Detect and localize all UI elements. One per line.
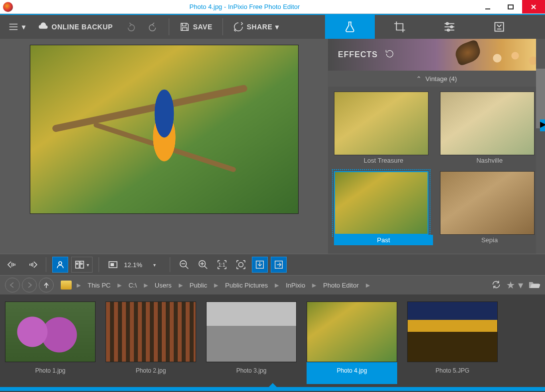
thumbnail-label: Photo 5.JPG bbox=[407, 362, 498, 377]
breadcrumb-separator: ▶ bbox=[366, 282, 370, 289]
zoom-fit-button[interactable] bbox=[233, 257, 249, 273]
zoom-actual-button[interactable]: 1:1 bbox=[214, 257, 230, 273]
breadcrumb-separator: ▶ bbox=[144, 282, 148, 289]
thumbnail bbox=[407, 301, 498, 362]
thumbnail-label: Photo 1.jpg bbox=[5, 362, 96, 377]
thumbnail bbox=[106, 301, 196, 362]
thumbnail bbox=[307, 301, 397, 362]
chevron-up-icon: ⌃ bbox=[416, 75, 422, 83]
open-folder-button[interactable] bbox=[528, 280, 540, 291]
save-icon bbox=[179, 21, 190, 32]
effects-scrollbar[interactable] bbox=[536, 39, 545, 254]
refresh-button[interactable] bbox=[491, 280, 501, 291]
redo-button[interactable] bbox=[144, 18, 163, 35]
breadcrumb-part[interactable]: This PC bbox=[83, 282, 115, 289]
tab-adjust[interactable] bbox=[425, 15, 474, 39]
compare-view-dropdown[interactable]: ▾ bbox=[71, 257, 93, 273]
cloud-icon bbox=[38, 21, 49, 32]
tab-effects[interactable] bbox=[325, 15, 375, 39]
zoom-value: 12.1% bbox=[120, 261, 146, 269]
fit-window-button[interactable] bbox=[252, 257, 268, 273]
titlebar: Photo 4.jpg - InPixio Free Photo Editor bbox=[0, 0, 545, 14]
filmstrip-item[interactable]: Photo 4.jpg bbox=[307, 301, 397, 384]
svg-rect-1 bbox=[508, 5, 513, 9]
filmstrip-item[interactable]: Photo 1.jpg bbox=[5, 301, 96, 384]
effects-grid: Lost Treasure Nashville Past Sepia bbox=[328, 87, 545, 254]
breadcrumb-part[interactable]: Public Pictures bbox=[220, 282, 273, 289]
minimize-button[interactable] bbox=[476, 0, 499, 13]
svg-text:1:1: 1:1 bbox=[218, 262, 225, 268]
breadcrumb-part[interactable]: Public bbox=[185, 282, 212, 289]
undo-button[interactable] bbox=[121, 18, 140, 35]
filmstrip-item[interactable]: Photo 5.JPG bbox=[407, 301, 498, 384]
share-icon bbox=[233, 21, 244, 32]
flask-icon bbox=[343, 20, 356, 33]
breadcrumb-separator: ▶ bbox=[77, 282, 81, 289]
hamburger-icon bbox=[8, 21, 19, 32]
chevron-down-icon: ▾ bbox=[148, 262, 161, 268]
breadcrumb-separator: ▶ bbox=[275, 282, 279, 289]
effect-label: Sepia bbox=[440, 235, 539, 245]
save-button[interactable]: SAVE bbox=[175, 18, 217, 35]
effect-lost-treasure[interactable]: Lost Treasure bbox=[334, 92, 433, 169]
effect-thumb bbox=[440, 171, 535, 235]
effect-past[interactable]: Past bbox=[334, 171, 433, 249]
tab-crop[interactable] bbox=[375, 15, 425, 39]
fullscreen-button[interactable] bbox=[271, 257, 287, 273]
effect-label: Past bbox=[334, 235, 433, 245]
effects-group-header[interactable]: ⌃ Vintage (4) bbox=[328, 71, 545, 87]
crop-icon bbox=[393, 20, 406, 33]
canvas-area bbox=[0, 39, 328, 254]
reset-effects-button[interactable] bbox=[385, 49, 395, 61]
effect-label: Nashville bbox=[440, 155, 539, 166]
thumbnail bbox=[206, 301, 297, 362]
breadcrumb-part[interactable]: Users bbox=[150, 282, 177, 289]
nav-forward-button[interactable] bbox=[22, 278, 37, 293]
share-label: SHARE bbox=[247, 23, 273, 31]
maximize-button[interactable] bbox=[499, 0, 522, 13]
effect-label: Lost Treasure bbox=[334, 155, 433, 166]
favorites-button[interactable]: ★ ▾ bbox=[506, 279, 523, 291]
svg-point-23 bbox=[77, 263, 78, 265]
filmstrip: Photo 1.jpg Photo 2.jpg Photo 3.jpg Phot… bbox=[0, 294, 545, 387]
close-button[interactable] bbox=[522, 0, 545, 13]
redo-icon bbox=[148, 21, 159, 32]
nav-up-button[interactable] bbox=[39, 278, 54, 293]
filmstrip-item[interactable]: Photo 2.jpg bbox=[106, 301, 196, 384]
share-button[interactable]: SHARE ▾ bbox=[229, 18, 283, 35]
breadcrumb-separator: ▶ bbox=[117, 282, 121, 289]
group-label: Vintage (4) bbox=[426, 75, 457, 83]
panel-expand-handle[interactable]: ▶ bbox=[540, 119, 545, 131]
tab-frames[interactable] bbox=[474, 15, 524, 39]
thumbnail-label: Photo 4.jpg bbox=[307, 362, 397, 377]
folder-icon bbox=[61, 281, 72, 290]
chevron-down-icon: ▾ bbox=[87, 262, 89, 268]
breadcrumb-separator: ▶ bbox=[214, 282, 218, 289]
zoom-in-button[interactable] bbox=[195, 257, 211, 273]
menu-button[interactable]: ▾ bbox=[4, 18, 30, 35]
svg-line-31 bbox=[205, 266, 208, 269]
thumbnail-label: Photo 3.jpg bbox=[206, 362, 297, 377]
breadcrumb-part[interactable]: Photo Editor bbox=[318, 282, 364, 289]
window-title: Photo 4.jpg - InPixio Free Photo Editor bbox=[13, 3, 476, 10]
effect-nashville[interactable]: Nashville bbox=[440, 92, 539, 169]
previous-image-button[interactable] bbox=[5, 257, 21, 273]
view-controls: ▾ 12.1% ▾ 1:1 bbox=[0, 254, 545, 276]
zoom-out-button[interactable] bbox=[176, 257, 192, 273]
fit-icon bbox=[108, 260, 118, 270]
breadcrumb-part[interactable]: C:\ bbox=[123, 282, 142, 289]
main-image[interactable] bbox=[30, 45, 299, 214]
tool-tabs bbox=[325, 15, 524, 39]
svg-point-35 bbox=[238, 262, 243, 267]
breadcrumb-part[interactable]: InPixio bbox=[281, 282, 310, 289]
online-backup-button[interactable]: ONLINE BACKUP bbox=[34, 18, 117, 35]
nav-back-button[interactable] bbox=[5, 278, 20, 293]
zoom-dropdown[interactable]: 12.1% ▾ bbox=[105, 257, 164, 273]
backup-label: ONLINE BACKUP bbox=[52, 23, 113, 31]
single-view-button[interactable] bbox=[52, 257, 68, 273]
svg-rect-26 bbox=[110, 263, 114, 266]
filmstrip-item[interactable]: Photo 3.jpg bbox=[206, 301, 297, 384]
next-image-button[interactable] bbox=[24, 257, 40, 273]
effect-sepia[interactable]: Sepia bbox=[440, 171, 539, 249]
effects-header: EFFECTS bbox=[328, 39, 545, 71]
